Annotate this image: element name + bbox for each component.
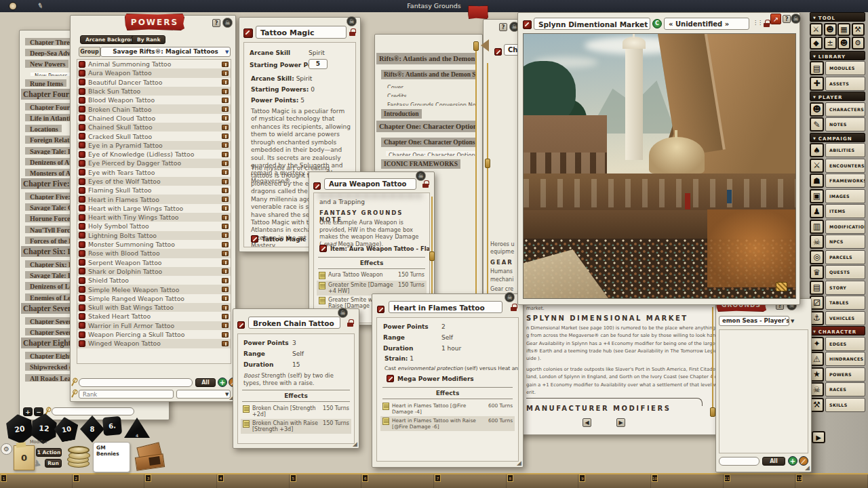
- sidebar-button[interactable]: ✦ EDGES: [810, 337, 865, 351]
- book-icon[interactable]: [222, 268, 229, 274]
- all-filter-button[interactable]: All: [195, 378, 216, 387]
- book-icon[interactable]: [222, 323, 229, 328]
- power-link-icon[interactable]: [79, 250, 85, 257]
- book-icon[interactable]: [222, 79, 229, 85]
- powers-search-input[interactable]: [79, 378, 193, 387]
- power-link-icon[interactable]: [79, 304, 85, 311]
- effect-row[interactable]: Aura Tattoo Weapon 150 Turns: [317, 270, 427, 281]
- book-icon[interactable]: [222, 98, 229, 103]
- power-row[interactable]: Eye Pierced by Dagger Tattoo: [77, 159, 231, 167]
- book-icon[interactable]: [222, 197, 229, 202]
- sidebar-button[interactable]: ◎ PARCELS: [810, 250, 865, 264]
- atlantis-item[interactable]: Chapter One: Character Options: [376, 119, 475, 134]
- arcane-skill-value[interactable]: Spirit: [309, 49, 325, 56]
- power-link-icon[interactable]: [79, 88, 85, 95]
- power-link-icon[interactable]: [79, 187, 85, 194]
- tool-button[interactable]: ☻: [824, 23, 837, 36]
- collapse-sidebar-arrow[interactable]: [475, 39, 489, 52]
- help-icon[interactable]: ?: [499, 23, 507, 31]
- aura-title[interactable]: Aura Weapon Tattoo: [324, 178, 416, 190]
- atlantis-item[interactable]: Credits: [376, 88, 475, 97]
- sidebar-button[interactable]: ☻ CHARACTERS: [810, 102, 865, 117]
- hotbar-slot[interactable]: 8: [507, 474, 579, 488]
- module-dropdown[interactable]: emon Seas - Player's Gui: [719, 316, 789, 326]
- hotbar-slot[interactable]: 1: [0, 474, 73, 488]
- book-icon[interactable]: [222, 224, 229, 229]
- atlantis-item[interactable]: Introduction: [376, 106, 475, 119]
- book-icon[interactable]: [222, 152, 229, 157]
- hotbar-slot[interactable]: 9: [578, 474, 651, 488]
- power-row[interactable]: Broken Chain Tattoo: [77, 104, 231, 113]
- splynn-title-field[interactable]: Splynn Dimentional Market: [534, 18, 650, 30]
- atlantis-item[interactable]: Chapter One: Character Options: [376, 134, 475, 147]
- tool-button[interactable]: ±: [824, 37, 837, 49]
- lock-icon[interactable]: [422, 180, 429, 188]
- rank-dropdown[interactable]: [176, 390, 231, 399]
- hotbar-slot[interactable]: 7: [434, 474, 507, 488]
- sidebar-button[interactable]: ▣ IMAGES: [810, 189, 865, 203]
- token-figure-icon[interactable]: ♟: [33, 458, 43, 469]
- book-icon[interactable]: [222, 205, 229, 211]
- power-row[interactable]: Simple Melee Weapon Tattoo: [77, 285, 231, 293]
- book-icon[interactable]: [222, 62, 229, 67]
- book-icon[interactable]: [222, 251, 229, 256]
- broken-title[interactable]: Broken Chain Tattoo: [248, 317, 340, 329]
- effect-row[interactable]: Broken Chain with Raise [Strength +3d] 1…: [241, 419, 351, 434]
- tattoo-magic-link[interactable]: Tattoo Magic: [251, 235, 306, 243]
- power-link-icon[interactable]: [79, 340, 85, 347]
- chapter-scrollbar[interactable]: [487, 63, 488, 302]
- tool-button[interactable]: ⚒: [852, 23, 865, 36]
- skull-icon[interactable]: ☠: [222, 18, 233, 28]
- gm-bennies-box[interactable]: GM Bennies: [93, 442, 130, 472]
- power-row[interactable]: Eye in a Pyramid Tattoo: [77, 141, 231, 150]
- power-row[interactable]: Warrior in Full Armor Tattoo: [77, 321, 231, 330]
- sidebar-button[interactable]: ♠ ABILITIES: [810, 143, 865, 157]
- power-link-icon[interactable]: [79, 70, 85, 77]
- power-row[interactable]: Black Sun Tattoo: [77, 87, 231, 96]
- power-link-icon[interactable]: [79, 286, 85, 293]
- sidebar-header-tool[interactable]: ▼TOOL: [810, 12, 865, 22]
- skull-icon[interactable]: ☠: [791, 14, 801, 24]
- modifier-box[interactable]: 0: [14, 445, 35, 470]
- resize-corner[interactable]: ◢: [353, 441, 357, 447]
- identified-badge[interactable]: C: [652, 19, 662, 28]
- all-filter-button[interactable]: All: [762, 457, 785, 466]
- skull-icon[interactable]: ☠: [416, 171, 426, 181]
- skull-icon[interactable]: ☠: [347, 16, 357, 26]
- action-counter-button[interactable]: 1 Action: [36, 448, 62, 457]
- book-icon[interactable]: [222, 179, 229, 184]
- power-row[interactable]: Holy Symbol Tattoo: [77, 222, 231, 230]
- sidebar-button[interactable]: ♛ QUESTS: [810, 265, 865, 279]
- atlantis-item[interactable]: Rifts®: Atlantis and the Demon Sea: [376, 51, 475, 66]
- d6-die[interactable]: 6.: [102, 416, 122, 436]
- power-link-icon[interactable]: [79, 331, 85, 338]
- rank-input[interactable]: Rank: [79, 390, 174, 399]
- book-icon[interactable]: [222, 242, 229, 247]
- hotbar-slot[interactable]: 6: [361, 474, 434, 488]
- powers-banner[interactable]: POWERS: [125, 14, 184, 30]
- power-row[interactable]: Monster Summoning Tattoo: [77, 240, 231, 249]
- sidebar-button[interactable]: ▥ MODIFICATIONS: [810, 220, 865, 234]
- book-icon[interactable]: [222, 125, 229, 130]
- d4-die[interactable]: 4: [124, 418, 150, 438]
- group-dropdown[interactable]: Savage Rifts®: Magical Tattoos: [100, 47, 231, 57]
- power-link-icon[interactable]: [79, 115, 85, 121]
- sidebar-button[interactable]: ▤ MODULES: [810, 61, 865, 75]
- hotbar-slot[interactable]: 10: [651, 474, 724, 488]
- power-link-icon[interactable]: [79, 169, 85, 176]
- dropdown-caret-icon[interactable]: ▼: [791, 319, 794, 324]
- effect-row[interactable]: Heart in Flames Tattoo with Raise [@Fire…: [380, 416, 515, 431]
- tool-button[interactable]: ⚙: [852, 37, 865, 49]
- settings-gear-icon[interactable]: ⚙: [1, 443, 12, 455]
- power-row[interactable]: Aura Weapon Tattoo: [77, 68, 231, 77]
- hotbar-slot[interactable]: 3: [144, 474, 217, 488]
- power-row[interactable]: Chained Cloud Tattoo: [77, 114, 231, 123]
- power-link-icon[interactable]: [79, 160, 85, 167]
- lock-icon[interactable]: [511, 304, 517, 311]
- power-link-icon[interactable]: [79, 97, 85, 104]
- sidebar-button[interactable]: ☠ RACES: [810, 382, 865, 396]
- sidebar-button[interactable]: ⚂ TABLES: [810, 296, 865, 310]
- power-row[interactable]: Heart in Flames Tattoo: [77, 195, 231, 203]
- power-link-icon[interactable]: [79, 196, 85, 203]
- hotbar-slot[interactable]: 5: [290, 474, 362, 488]
